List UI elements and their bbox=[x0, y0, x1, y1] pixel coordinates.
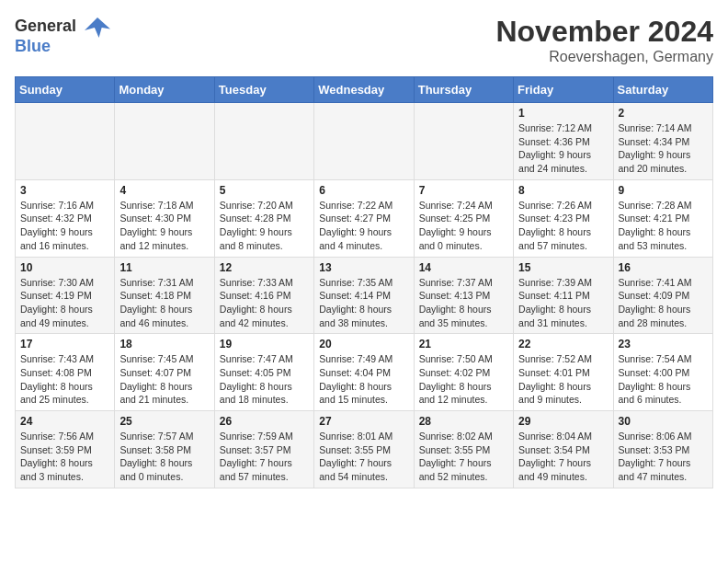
calendar-cell: 24Sunrise: 7:56 AM Sunset: 3:59 PM Dayli… bbox=[16, 411, 115, 488]
calendar-cell: 1Sunrise: 7:12 AM Sunset: 4:36 PM Daylig… bbox=[514, 103, 613, 180]
day-info: Sunrise: 7:41 AM Sunset: 4:09 PM Dayligh… bbox=[619, 276, 708, 330]
day-number: 15 bbox=[518, 261, 608, 274]
day-info: Sunrise: 7:57 AM Sunset: 3:58 PM Dayligh… bbox=[119, 430, 209, 484]
calendar-cell: 28Sunrise: 8:02 AM Sunset: 3:55 PM Dayli… bbox=[414, 411, 513, 488]
day-number: 21 bbox=[419, 338, 508, 350]
week-row-5: 24Sunrise: 7:56 AM Sunset: 3:59 PM Dayli… bbox=[16, 411, 713, 488]
day-info: Sunrise: 7:54 AM Sunset: 4:00 PM Dayligh… bbox=[619, 352, 708, 407]
calendar-cell: 3Sunrise: 7:16 AM Sunset: 4:32 PM Daylig… bbox=[16, 179, 115, 257]
calendar-cell: 26Sunrise: 7:59 AM Sunset: 3:57 PM Dayli… bbox=[214, 411, 313, 488]
day-number: 28 bbox=[419, 415, 508, 428]
day-info: Sunrise: 7:56 AM Sunset: 3:59 PM Dayligh… bbox=[20, 430, 109, 484]
calendar-cell: 11Sunrise: 7:31 AM Sunset: 4:18 PM Dayli… bbox=[115, 257, 214, 334]
week-row-2: 3Sunrise: 7:16 AM Sunset: 4:32 PM Daylig… bbox=[16, 179, 713, 257]
calendar-cell: 12Sunrise: 7:33 AM Sunset: 4:16 PM Dayli… bbox=[214, 257, 313, 334]
calendar-cell: 20Sunrise: 7:49 AM Sunset: 4:04 PM Dayli… bbox=[314, 334, 414, 411]
calendar-cell bbox=[115, 103, 214, 180]
day-number: 19 bbox=[220, 338, 309, 350]
column-header-tuesday: Tuesday bbox=[214, 77, 313, 103]
calendar-cell: 8Sunrise: 7:26 AM Sunset: 4:23 PM Daylig… bbox=[514, 179, 613, 257]
day-info: Sunrise: 8:01 AM Sunset: 3:55 PM Dayligh… bbox=[319, 430, 408, 484]
calendar-cell bbox=[314, 103, 414, 180]
day-info: Sunrise: 7:35 AM Sunset: 4:14 PM Dayligh… bbox=[319, 276, 408, 330]
day-number: 6 bbox=[319, 184, 408, 197]
calendar-cell: 4Sunrise: 7:18 AM Sunset: 4:30 PM Daylig… bbox=[115, 179, 214, 257]
calendar-cell bbox=[214, 103, 313, 180]
day-number: 1 bbox=[518, 107, 608, 120]
calendar-cell: 29Sunrise: 8:04 AM Sunset: 3:54 PM Dayli… bbox=[514, 411, 613, 488]
calendar-cell: 7Sunrise: 7:24 AM Sunset: 4:25 PM Daylig… bbox=[414, 179, 513, 257]
calendar-cell: 6Sunrise: 7:22 AM Sunset: 4:27 PM Daylig… bbox=[314, 179, 414, 257]
day-number: 13 bbox=[319, 261, 408, 274]
day-number: 24 bbox=[20, 415, 109, 428]
day-number: 30 bbox=[619, 415, 708, 428]
day-info: Sunrise: 8:02 AM Sunset: 3:55 PM Dayligh… bbox=[419, 430, 508, 484]
column-header-saturday: Saturday bbox=[613, 77, 712, 103]
calendar-cell: 9Sunrise: 7:28 AM Sunset: 4:21 PM Daylig… bbox=[613, 179, 712, 257]
day-info: Sunrise: 7:16 AM Sunset: 4:32 PM Dayligh… bbox=[20, 199, 109, 253]
day-info: Sunrise: 7:28 AM Sunset: 4:21 PM Dayligh… bbox=[619, 199, 708, 253]
week-row-4: 17Sunrise: 7:43 AM Sunset: 4:08 PM Dayli… bbox=[16, 334, 713, 411]
day-info: Sunrise: 7:47 AM Sunset: 4:05 PM Dayligh… bbox=[220, 352, 309, 407]
column-header-friday: Friday bbox=[514, 77, 613, 103]
day-number: 2 bbox=[619, 107, 708, 120]
svg-marker-0 bbox=[85, 17, 110, 38]
calendar-cell: 18Sunrise: 7:45 AM Sunset: 4:07 PM Dayli… bbox=[115, 334, 214, 411]
calendar-cell: 10Sunrise: 7:30 AM Sunset: 4:19 PM Dayli… bbox=[16, 257, 115, 334]
day-info: Sunrise: 7:59 AM Sunset: 3:57 PM Dayligh… bbox=[220, 430, 309, 484]
day-info: Sunrise: 7:20 AM Sunset: 4:28 PM Dayligh… bbox=[220, 199, 309, 253]
day-info: Sunrise: 7:39 AM Sunset: 4:11 PM Dayligh… bbox=[518, 276, 608, 330]
day-number: 8 bbox=[518, 184, 608, 197]
column-header-sunday: Sunday bbox=[16, 77, 115, 103]
logo-general: General bbox=[15, 17, 76, 35]
day-info: Sunrise: 7:52 AM Sunset: 4:01 PM Dayligh… bbox=[518, 352, 608, 407]
day-info: Sunrise: 8:04 AM Sunset: 3:54 PM Dayligh… bbox=[518, 430, 608, 484]
calendar-cell: 30Sunrise: 8:06 AM Sunset: 3:53 PM Dayli… bbox=[613, 411, 712, 488]
calendar-cell: 21Sunrise: 7:50 AM Sunset: 4:02 PM Dayli… bbox=[414, 334, 513, 411]
page-header: General Blue November 2024 Roevershagen,… bbox=[15, 15, 713, 65]
logo: General Blue bbox=[15, 15, 110, 56]
column-header-monday: Monday bbox=[115, 77, 214, 103]
day-info: Sunrise: 7:50 AM Sunset: 4:02 PM Dayligh… bbox=[419, 352, 508, 407]
day-info: Sunrise: 8:06 AM Sunset: 3:53 PM Dayligh… bbox=[619, 430, 708, 484]
calendar-header-row: SundayMondayTuesdayWednesdayThursdayFrid… bbox=[16, 77, 713, 103]
day-info: Sunrise: 7:22 AM Sunset: 4:27 PM Dayligh… bbox=[319, 199, 408, 253]
day-info: Sunrise: 7:49 AM Sunset: 4:04 PM Dayligh… bbox=[319, 352, 408, 407]
day-number: 14 bbox=[419, 261, 508, 274]
day-number: 22 bbox=[518, 338, 608, 350]
column-header-wednesday: Wednesday bbox=[314, 77, 414, 103]
day-number: 11 bbox=[119, 261, 209, 274]
calendar-cell: 13Sunrise: 7:35 AM Sunset: 4:14 PM Dayli… bbox=[314, 257, 414, 334]
day-number: 10 bbox=[20, 261, 109, 274]
calendar-cell: 2Sunrise: 7:14 AM Sunset: 4:34 PM Daylig… bbox=[613, 103, 712, 180]
day-number: 29 bbox=[518, 415, 608, 428]
calendar-cell: 16Sunrise: 7:41 AM Sunset: 4:09 PM Dayli… bbox=[613, 257, 712, 334]
month-title: November 2024 bbox=[495, 15, 713, 49]
day-info: Sunrise: 7:12 AM Sunset: 4:36 PM Dayligh… bbox=[518, 121, 608, 176]
calendar-cell: 27Sunrise: 8:01 AM Sunset: 3:55 PM Dayli… bbox=[314, 411, 414, 488]
day-info: Sunrise: 7:43 AM Sunset: 4:08 PM Dayligh… bbox=[20, 352, 109, 407]
calendar-table: SundayMondayTuesdayWednesdayThursdayFrid… bbox=[15, 76, 713, 488]
calendar-cell bbox=[16, 103, 115, 180]
day-info: Sunrise: 7:31 AM Sunset: 4:18 PM Dayligh… bbox=[119, 276, 209, 330]
calendar-cell: 25Sunrise: 7:57 AM Sunset: 3:58 PM Dayli… bbox=[115, 411, 214, 488]
week-row-1: 1Sunrise: 7:12 AM Sunset: 4:36 PM Daylig… bbox=[16, 103, 713, 180]
week-row-3: 10Sunrise: 7:30 AM Sunset: 4:19 PM Dayli… bbox=[16, 257, 713, 334]
calendar-cell: 15Sunrise: 7:39 AM Sunset: 4:11 PM Dayli… bbox=[514, 257, 613, 334]
day-number: 18 bbox=[119, 338, 209, 350]
day-info: Sunrise: 7:18 AM Sunset: 4:30 PM Dayligh… bbox=[119, 199, 209, 253]
day-info: Sunrise: 7:26 AM Sunset: 4:23 PM Dayligh… bbox=[518, 199, 608, 253]
calendar-cell: 23Sunrise: 7:54 AM Sunset: 4:00 PM Dayli… bbox=[613, 334, 712, 411]
day-number: 7 bbox=[419, 184, 508, 197]
day-info: Sunrise: 7:30 AM Sunset: 4:19 PM Dayligh… bbox=[20, 276, 109, 330]
calendar-cell: 17Sunrise: 7:43 AM Sunset: 4:08 PM Dayli… bbox=[16, 334, 115, 411]
calendar-cell: 14Sunrise: 7:37 AM Sunset: 4:13 PM Dayli… bbox=[414, 257, 513, 334]
day-number: 27 bbox=[319, 415, 408, 428]
day-number: 16 bbox=[619, 261, 708, 274]
day-number: 23 bbox=[619, 338, 708, 350]
day-number: 25 bbox=[119, 415, 209, 428]
day-number: 3 bbox=[20, 184, 109, 197]
day-info: Sunrise: 7:45 AM Sunset: 4:07 PM Dayligh… bbox=[119, 352, 209, 407]
day-info: Sunrise: 7:24 AM Sunset: 4:25 PM Dayligh… bbox=[419, 199, 508, 253]
calendar-cell bbox=[414, 103, 513, 180]
